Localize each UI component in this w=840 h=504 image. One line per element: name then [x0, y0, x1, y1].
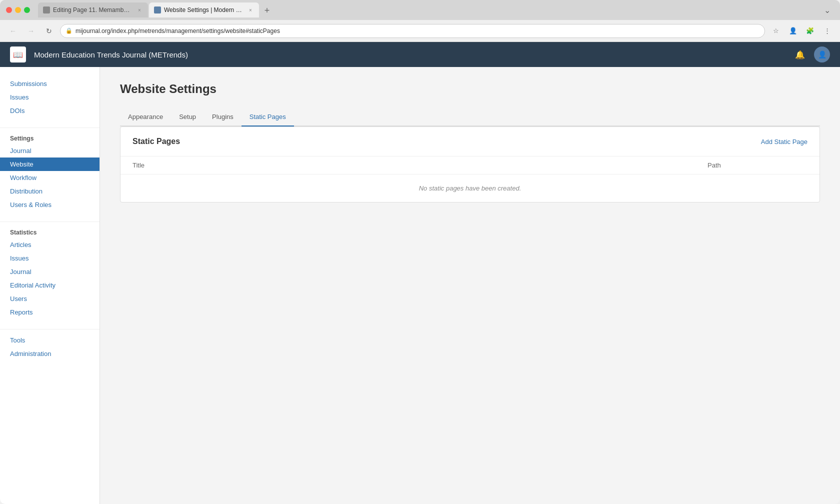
new-tab-button[interactable]: +	[260, 4, 274, 18]
maximize-window-button[interactable]	[24, 7, 30, 13]
sidebar-item-submissions[interactable]: Submissions	[0, 77, 100, 90]
tab-plugins[interactable]: Plugins	[204, 108, 242, 126]
tab-static-pages[interactable]: Static Pages	[242, 108, 294, 126]
logo-icon: 📖	[13, 50, 23, 60]
traffic-lights	[6, 7, 30, 13]
address-bar[interactable]: 🔒 mijournal.org/index.php/metrends/manag…	[60, 24, 765, 38]
tabs-nav: Appearance Setup Plugins Static Pages	[120, 108, 820, 126]
sidebar-item-website[interactable]: Website	[0, 158, 100, 171]
settings-icon[interactable]: ⋮	[820, 24, 834, 38]
statistics-section-title: Statistics	[0, 226, 100, 238]
browser-tab-1[interactable]: Editing Page 11. Memambah... ×	[38, 2, 148, 18]
header-actions: 🔔 👤	[792, 46, 830, 62]
static-pages-panel: Static Pages Add Static Page Title Path …	[120, 126, 820, 202]
panel-title: Static Pages	[132, 137, 180, 146]
col-title-header: Title	[132, 162, 708, 169]
sidebar-bottom-section: Tools Administration	[0, 334, 100, 360]
sidebar: Submissions Issues DOIs Settings Journal…	[0, 67, 100, 504]
table-empty-message: No static pages have been created.	[120, 174, 820, 202]
sidebar-item-stats-journal[interactable]: Journal	[0, 265, 100, 278]
sidebar-divider-2	[0, 222, 100, 222]
bookmark-icon[interactable]: ☆	[769, 24, 783, 38]
user-avatar[interactable]: 👤	[814, 46, 830, 62]
app-container: 📖 Modern Education Trends Journal (METre…	[0, 42, 840, 504]
tab-1-close[interactable]: ×	[136, 6, 143, 14]
sidebar-item-stats-issues[interactable]: Issues	[0, 252, 100, 265]
tab-1-label: Editing Page 11. Memambah...	[53, 6, 133, 14]
sidebar-settings-section: Settings Journal Website Workflow Distri…	[0, 132, 100, 212]
main-layout: Submissions Issues DOIs Settings Journal…	[0, 67, 840, 504]
tab-appearance[interactable]: Appearance	[120, 108, 171, 126]
tab-2-label: Website Settings | Modern Ed...	[164, 6, 244, 14]
back-button[interactable]: ←	[6, 24, 20, 38]
tab-2-close[interactable]: ×	[247, 6, 254, 14]
tab-2-icon	[154, 6, 161, 14]
reload-button[interactable]: ↻	[42, 24, 56, 38]
app-header: 📖 Modern Education Trends Journal (METre…	[0, 42, 840, 67]
sidebar-item-distribution[interactable]: Distribution	[0, 184, 100, 198]
browser-toolbar: ← → ↻ 🔒 mijournal.org/index.php/metrends…	[0, 20, 840, 42]
sidebar-top-section: Submissions Issues DOIs	[0, 77, 100, 118]
sidebar-item-articles[interactable]: Articles	[0, 238, 100, 252]
sidebar-item-journal[interactable]: Journal	[0, 144, 100, 158]
content-area: Website Settings Appearance Setup Plugin…	[100, 67, 840, 504]
sidebar-item-dois[interactable]: DOIs	[0, 104, 100, 118]
app-title: Modern Education Trends Journal (METrend…	[34, 50, 784, 59]
table-header: Title Path	[120, 156, 820, 174]
forward-button[interactable]: →	[24, 24, 38, 38]
page-title: Website Settings	[120, 82, 820, 96]
sidebar-item-issues[interactable]: Issues	[0, 90, 100, 104]
sidebar-divider-3	[0, 329, 100, 330]
tab-setup[interactable]: Setup	[171, 108, 204, 126]
sidebar-statistics-section: Statistics Articles Issues Journal Edito…	[0, 226, 100, 319]
sidebar-item-users-roles[interactable]: Users & Roles	[0, 198, 100, 212]
sidebar-item-administration[interactable]: Administration	[0, 347, 100, 360]
panel-header: Static Pages Add Static Page	[120, 127, 820, 156]
minimize-window-button[interactable]	[15, 7, 21, 13]
sidebar-item-reports[interactable]: Reports	[0, 306, 100, 319]
browser-menu-button[interactable]: ⌄	[820, 3, 834, 17]
app-logo: 📖	[10, 46, 26, 62]
tab-1-icon	[43, 6, 50, 14]
settings-section-title: Settings	[0, 132, 100, 144]
address-text: mijournal.org/index.php/metrends/managem…	[76, 28, 280, 34]
profile-icon[interactable]: 👤	[786, 24, 800, 38]
sidebar-item-tools[interactable]: Tools	[0, 334, 100, 347]
lock-icon: 🔒	[66, 28, 72, 34]
browser-tabs: Editing Page 11. Memambah... × Website S…	[38, 2, 816, 18]
add-static-page-button[interactable]: Add Static Page	[761, 138, 808, 146]
browser-window: Editing Page 11. Memambah... × Website S…	[0, 0, 840, 504]
sidebar-item-users[interactable]: Users	[0, 292, 100, 306]
notifications-button[interactable]: 🔔	[792, 46, 808, 62]
close-window-button[interactable]	[6, 7, 12, 13]
extensions-icon[interactable]: 🧩	[803, 24, 817, 38]
sidebar-divider-1	[0, 128, 100, 128]
sidebar-item-editorial-activity[interactable]: Editorial Activity	[0, 278, 100, 292]
toolbar-actions: ☆ 👤 🧩 ⋮	[769, 24, 834, 38]
sidebar-item-workflow[interactable]: Workflow	[0, 171, 100, 184]
browser-titlebar: Editing Page 11. Memambah... × Website S…	[0, 0, 840, 20]
browser-tab-2[interactable]: Website Settings | Modern Ed... ×	[149, 2, 259, 18]
col-path-header: Path	[708, 162, 808, 169]
